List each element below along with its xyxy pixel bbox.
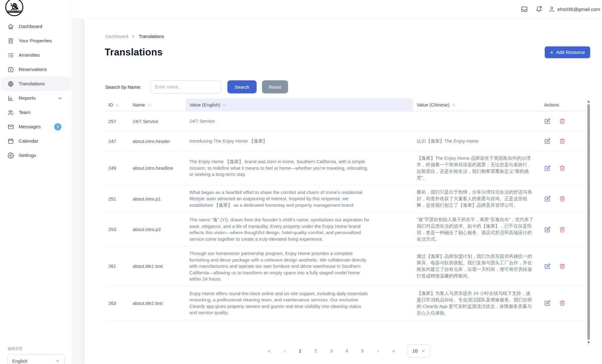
sidebar-item-team[interactable]: Team [0, 105, 72, 120]
sort-icon[interactable]: ↑↓ [116, 103, 119, 107]
sidebar-item-label: Settings [19, 153, 36, 158]
sidebar-item-label: Reports [19, 95, 36, 101]
cell-id: 249 [105, 166, 131, 171]
sort-icon[interactable]: ↑↓ [452, 103, 455, 107]
envelope-icon [7, 124, 14, 130]
trash-icon[interactable] [559, 165, 566, 172]
search-input[interactable] [150, 80, 221, 93]
pagination-first[interactable]: « [265, 348, 273, 354]
cell-value-english: Enjoy Home offers round-the-clock online… [186, 291, 413, 316]
cell-name: about.intro.p2 [131, 227, 186, 232]
cell-value-chinese: “逸”字源自创始人孩子的名字，寓意“安逸自在”，也代表了我们对品质生活的追求。如… [413, 216, 540, 243]
add-resource-label: Add Resource [556, 50, 585, 55]
cell-name: about.intro.p1 [131, 196, 186, 201]
messages-count-badge: 3 [54, 123, 61, 130]
pagination-prev[interactable]: ‹ [280, 348, 289, 354]
sidebar-item-translations[interactable]: Translations [1, 77, 71, 91]
language-picker: 选择语言 English [7, 346, 65, 364]
sidebar-item-reports[interactable]: Reports [0, 91, 72, 105]
pagination-page-2[interactable]: 2 [311, 348, 320, 354]
sidebar-item-amenities[interactable]: Amenities [0, 48, 72, 62]
sidebar-item-label: Calendar [19, 138, 38, 144]
trash-icon[interactable] [559, 196, 566, 202]
notification-dot [540, 6, 542, 8]
bell-icon[interactable] [535, 6, 543, 13]
table-row: 263 about.tile2.text Enjoy Home offers r… [105, 286, 586, 320]
cell-value-english: Introducing The Enjoy Home 【逸家】 [186, 138, 413, 144]
gear-icon [7, 152, 14, 159]
sidebar-item-calendar[interactable]: Calendar [0, 134, 72, 148]
page-size-value: 10 [412, 348, 418, 354]
calendar-icon [7, 138, 14, 144]
sidebar-item-messages[interactable]: Messages 3 [0, 120, 72, 134]
add-resource-button[interactable]: + Add Resource [545, 46, 590, 58]
search-bar: Search by Name: Search Reset [105, 80, 288, 93]
pagination-page-4[interactable]: 4 [343, 348, 351, 354]
trash-icon[interactable] [559, 263, 566, 270]
cell-value-chinese: 最初，我们只是出于热情，分享尔湾住宅生活的舒适与美好，却意外收获了大量客人的喜爱… [413, 189, 540, 209]
pagination-page-1[interactable]: 1 [296, 348, 305, 354]
pagination-page-5[interactable]: 5 [358, 348, 367, 354]
pagination-last[interactable]: » [389, 348, 398, 354]
cell-name: about.tile2.text [131, 301, 186, 306]
plus-icon: + [550, 50, 553, 55]
table-header-row: ID↑↓ Name↑↓ Value (English)↑↓ Value (Chi… [105, 98, 586, 111]
pagination-page-3[interactable]: 3 [327, 348, 336, 354]
pagination-next[interactable]: › [374, 348, 382, 354]
table-row: 249 about.intro.headline The Enjoy Home … [105, 151, 586, 185]
edit-icon[interactable] [544, 196, 551, 202]
sidebar-item-reservations[interactable]: Reservations [0, 62, 72, 77]
column-header-name: Name [133, 102, 145, 107]
bar-chart-icon [7, 95, 14, 102]
sidebar-item-your-properties[interactable]: Your Properties [0, 34, 72, 48]
sidebar-item-label: Translations [19, 81, 45, 87]
language-label: 选择语言 [7, 346, 65, 352]
sidebar-item-label: Messages [19, 124, 41, 130]
scroll-down-arrow[interactable] [587, 342, 590, 343]
sort-icon[interactable]: ↑↓ [147, 103, 151, 107]
breadcrumb-dashboard-link[interactable]: Dashboard [105, 34, 128, 39]
inbox-icon[interactable] [521, 6, 528, 13]
breadcrumb-current: Translations [139, 34, 164, 39]
edit-icon[interactable] [544, 138, 551, 144]
scroll-up-arrow[interactable] [587, 101, 590, 102]
language-select[interactable]: English [7, 354, 65, 364]
reset-button[interactable]: Reset [262, 80, 288, 93]
sort-icon[interactable]: ↑↓ [223, 103, 226, 107]
sidebar-item-label: Dashboard [19, 24, 42, 29]
trash-icon[interactable] [559, 138, 566, 144]
brand-logo[interactable]: 逸 THE ENJOY HOME [5, 0, 23, 16]
home-icon [7, 23, 14, 30]
user-icon[interactable] [548, 6, 555, 13]
sidebar: 逸 THE ENJOY HOME Dashboard Your Properti… [0, 0, 72, 364]
cell-value-chinese: 通过【逸家】品牌加盟计划，我们为房东提供风格统一的家具、电器与软装搭配。我们直接… [413, 253, 540, 279]
cell-value-english: What began as a heartfelt effort to shar… [186, 189, 413, 209]
cell-id: 261 [105, 264, 131, 269]
account-email[interactable]: ehs035@gmail.com [557, 7, 600, 12]
building-icon [7, 38, 14, 44]
table-scrollbar[interactable] [587, 99, 590, 345]
cell-value-chinese: 认识【逸家】The Enjoy Home [413, 138, 540, 144]
edit-icon[interactable] [544, 263, 551, 270]
edit-icon[interactable] [544, 226, 551, 233]
trash-icon[interactable] [559, 300, 566, 306]
trash-icon[interactable] [559, 226, 566, 233]
translations-table: ID↑↓ Name↑↓ Value (English)↑↓ Value (Chi… [105, 98, 586, 320]
cell-name: about.intro.header [131, 139, 186, 144]
edit-icon[interactable] [544, 300, 551, 306]
sidebar-item-dashboard[interactable]: Dashboard [0, 19, 72, 34]
page-size-select[interactable]: 10 [408, 344, 431, 357]
sidebar-item-label: Team [19, 110, 31, 115]
cell-id: 253 [105, 227, 131, 232]
chevron-right-icon [131, 34, 135, 39]
trash-icon[interactable] [559, 118, 566, 125]
cell-value-chinese: 【逸家】The Enjoy Home 品牌诞生于美国南加州的尔湾市，怀揣着一个简… [413, 155, 540, 181]
users-icon [7, 109, 14, 116]
edit-icon[interactable] [544, 118, 551, 125]
search-button[interactable]: Search [227, 80, 257, 93]
sidebar-item-settings[interactable]: Settings [0, 148, 72, 163]
scrollbar-thumb[interactable] [587, 104, 590, 340]
edit-icon[interactable] [544, 165, 551, 172]
column-header-id: ID [108, 102, 113, 107]
chevron-down-icon [55, 358, 60, 363]
